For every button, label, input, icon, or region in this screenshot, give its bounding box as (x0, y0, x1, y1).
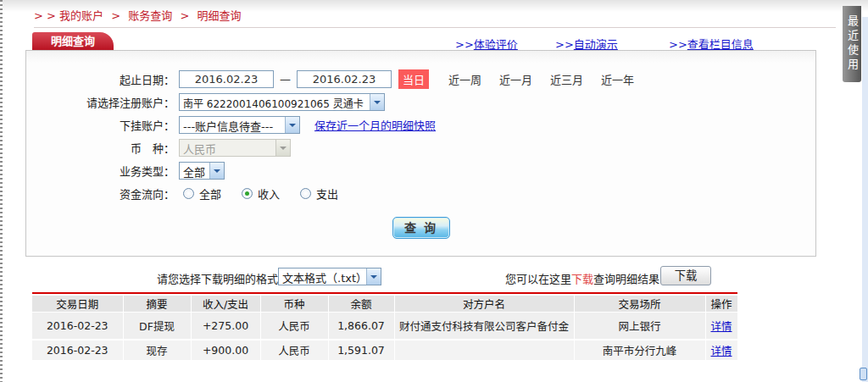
col-header-action: 操作 (705, 296, 737, 313)
date-dash: — (280, 73, 291, 86)
tab-detail-query[interactable]: 明细查询 (32, 32, 114, 50)
right-edge-panel (862, 17, 868, 382)
cell-counterparty (394, 340, 574, 361)
biz-type-select-value: 全部 (180, 163, 209, 179)
biz-type-label: 业务类型： (26, 163, 175, 179)
breadcrumb-item-account-inquiry[interactable]: 账务查询 (128, 9, 172, 22)
link-arrows: >> (555, 38, 574, 51)
date-to-input[interactable] (297, 70, 392, 88)
col-header-currency: 币种 (260, 296, 328, 313)
link-label: 自动演示 (574, 38, 618, 51)
account-row: 请选择注册账户： 南平 6222001406100921065 灵通卡 (26, 91, 815, 113)
table-header-row: 交易日期 摘要 收入/支出 币种 余额 对方户名 交易场所 操作 (32, 296, 737, 313)
currency-select: 人民币 (179, 139, 291, 157)
download-format-value: 文本格式（.txt） (279, 269, 366, 285)
col-header-balance: 余额 (328, 296, 394, 313)
breadcrumb-item-my-account[interactable]: 我的账户 (59, 9, 103, 22)
date-range-label: 起止日期： (26, 71, 175, 87)
recently-used-tab[interactable]: 最近使用 (843, 6, 861, 82)
sub-account-select-value: ---账户信息待查--- (180, 117, 285, 133)
range-last-month[interactable]: 近一月 (499, 71, 532, 87)
breadcrumb-divider (34, 27, 836, 28)
chevron-down-icon (366, 269, 381, 285)
flow-option-expense[interactable]: 支出 (300, 185, 338, 202)
corner-widget-icon[interactable] (860, 368, 867, 380)
table-row: 2016-02-23 DF提现 +275.00 人民币 1,866.07 财付通… (32, 313, 737, 340)
breadcrumb: > > 我的账户 > 账务查询 > 明细查询 (34, 7, 241, 23)
date-from-input[interactable] (179, 70, 274, 88)
cell-summary: DF提现 (123, 313, 191, 340)
col-header-date: 交易日期 (32, 296, 123, 313)
download-button[interactable]: 下载 (660, 266, 711, 285)
link-arrows: >> (669, 38, 687, 51)
detail-link[interactable]: 详情 (710, 345, 732, 357)
cell-currency: 人民币 (260, 313, 328, 340)
download-hint-prefix: 您可以在这里 (505, 273, 571, 285)
account-select-value: 南平 6222001406100921065 灵通卡 (180, 94, 370, 110)
currency-label: 币 种： (26, 140, 175, 156)
breadcrumb-prefix: > > (34, 9, 56, 22)
col-header-amount: 收入/支出 (191, 296, 260, 313)
account-label: 请选择注册账户： (26, 94, 175, 110)
radio-icon[interactable] (300, 188, 311, 199)
cell-place: 网上银行 (574, 313, 705, 340)
cell-date: 2016-02-23 (32, 340, 123, 361)
flow-label: 资金流向： (26, 185, 175, 202)
cell-balance: 1,591.07 (328, 340, 394, 361)
chevron-down-icon (209, 163, 224, 179)
transactions-table: 交易日期 摘要 收入/支出 币种 余额 对方户名 交易场所 操作 2016-02… (32, 296, 738, 362)
link-arrows: >> (455, 38, 474, 51)
cell-amount: +900.00 (191, 340, 260, 361)
cell-counterparty: 财付通支付科技有限公司客户备付金 (394, 313, 574, 340)
flow-row: 资金流向： 全部 收入 支出 (26, 182, 815, 205)
col-header-summary: 摘要 (123, 296, 191, 313)
flow-option-all-label: 全部 (199, 185, 221, 202)
detail-link[interactable]: 详情 (710, 320, 732, 333)
download-hint-suffix: 查询明细结果 (593, 273, 659, 285)
radio-checked-icon[interactable] (242, 188, 253, 199)
today-badge[interactable]: 当日 (398, 69, 429, 89)
date-range-row: 起止日期： — 当日 近一周 近一月 近三月 近一年 (26, 68, 815, 91)
download-format-label: 请您选择下载明细的格式 (157, 270, 278, 286)
col-header-counterparty: 对方户名 (394, 296, 574, 313)
chevron-down-icon (275, 140, 290, 156)
link-label: 体验评价 (474, 38, 518, 51)
cell-amount: +275.00 (191, 313, 260, 340)
breadcrumb-separator: > (111, 9, 120, 22)
sub-account-label: 下挂账户： (26, 117, 175, 133)
chevron-down-icon (370, 94, 384, 110)
flow-option-income-label: 收入 (258, 185, 280, 202)
download-hint-download-word: 下载 (571, 273, 593, 285)
currency-row: 币 种： 人民币 (26, 136, 815, 159)
biz-type-row: 业务类型： 全部 (26, 159, 815, 182)
table-top-red-divider (32, 292, 737, 294)
breadcrumb-separator: > (180, 9, 189, 22)
radio-icon[interactable] (183, 188, 194, 199)
cell-balance: 1,866.07 (328, 313, 394, 340)
breadcrumb-item-detail-query[interactable]: 明细查询 (197, 9, 241, 22)
flow-option-income[interactable]: 收入 (242, 185, 280, 202)
table-row: 2016-02-23 现存 +900.00 人民币 1,591.07 南平市分行… (32, 340, 737, 361)
currency-select-value: 人民币 (180, 140, 275, 156)
query-form: 起止日期： — 当日 近一周 近一月 近三月 近一年 请选择注册账户： 南平 6… (25, 50, 816, 257)
biz-type-select[interactable]: 全部 (179, 162, 225, 180)
left-edge-decoration (0, 0, 3, 382)
sub-account-row: 下挂账户： ---账户信息待查--- 保存近一个月的明细快照 (26, 113, 815, 136)
range-last-week[interactable]: 近一周 (448, 71, 481, 87)
account-select[interactable]: 南平 6222001406100921065 灵通卡 (179, 93, 385, 111)
flow-option-all[interactable]: 全部 (183, 185, 221, 202)
cell-summary: 现存 (123, 340, 191, 361)
query-button[interactable]: 查 询 (392, 217, 450, 239)
chevron-down-icon (285, 117, 299, 133)
range-last-3-months[interactable]: 近三月 (550, 71, 583, 87)
sub-account-select[interactable]: ---账户信息待查--- (179, 116, 300, 134)
cell-date: 2016-02-23 (32, 313, 123, 340)
flow-option-expense-label: 支出 (316, 185, 338, 202)
link-label: 查看栏目信息 (687, 38, 754, 51)
range-last-year[interactable]: 近一年 (601, 71, 634, 87)
download-hint: 您可以在这里下载查询明细结果 (505, 270, 659, 286)
cell-place: 南平市分行九峰 (574, 340, 705, 361)
download-format-select[interactable]: 文本格式（.txt） (278, 268, 381, 285)
save-snapshot-link[interactable]: 保存近一个月的明细快照 (314, 117, 436, 133)
col-header-place: 交易场所 (574, 296, 705, 313)
